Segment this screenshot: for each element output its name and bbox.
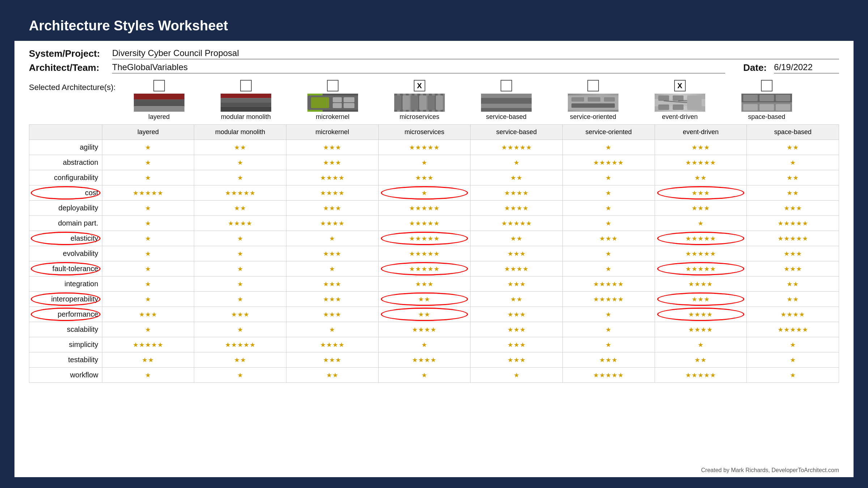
cell-evolvability-2: ★★★ [286, 246, 378, 261]
cell-performance-4: ★★★ [471, 307, 563, 322]
stars-value: ★★★★★ [778, 235, 808, 242]
stars-value: ★★★★ [688, 311, 713, 318]
stars-value: ★ [329, 235, 335, 242]
svg-rect-17 [427, 95, 435, 110]
arch-checkbox-service-oriented[interactable] [587, 80, 599, 91]
row-label-performance: performance [29, 307, 102, 322]
stars-value: ★ [605, 144, 612, 151]
svg-rect-27 [571, 103, 615, 108]
svg-rect-15 [411, 95, 418, 110]
arch-checkbox-layered[interactable] [153, 80, 165, 91]
cell-evolvability-0: ★ [102, 246, 194, 261]
cell-abstraction-0: ★ [102, 155, 194, 170]
stars-value: ★★ [234, 356, 246, 364]
cell-testability-6: ★★ [655, 352, 747, 368]
table-header-modular: modular monolith [194, 125, 286, 140]
stars-value: ★★★★ [320, 174, 345, 181]
stars-value: ★★★★★ [501, 220, 532, 227]
cell-simplicity-0: ★★★★★ [102, 337, 194, 352]
cell-agility-4: ★★★★★ [471, 140, 563, 155]
stars-value: ★ [145, 220, 151, 227]
svg-rect-22 [481, 108, 532, 112]
arch-name-microservices: microservices [400, 113, 439, 121]
stars-value: ★★★ [692, 189, 710, 197]
stars-value: ★ [237, 372, 243, 379]
stars-value: ★★ [142, 356, 154, 364]
stars-value: ★★ [234, 144, 246, 151]
stars-value: ★ [605, 189, 612, 197]
table-header-microkernel: microkernel [286, 125, 378, 140]
table-row: domain part.★★★★★★★★★★★★★★★★★★★★★★★★★★ [29, 216, 839, 231]
table-row: agility★★★★★★★★★★★★★★★★★★★★★★ [29, 140, 839, 155]
stars-value: ★ [237, 326, 243, 333]
table-row: performance★★★★★★★★★★★★★★★★★★★★★★★ [29, 307, 839, 322]
cell-integration-5: ★★★★★ [562, 277, 655, 292]
cell-abstraction-6: ★★★★★ [655, 155, 747, 170]
stars-value: ★ [421, 341, 427, 348]
stars-value: ★★ [787, 281, 799, 288]
cell-elasticity-7: ★★★★★ [747, 231, 839, 246]
table-row: integration★★★★★★★★★★★★★★★★★★★★★★ [29, 277, 839, 292]
ratings-table: layered modular monolith microkernel mic… [29, 124, 839, 383]
row-label-scalability: scalability [29, 322, 102, 337]
cell-integration-6: ★★★★ [655, 277, 747, 292]
arch-checkbox-event-driven[interactable]: X [674, 80, 686, 91]
cell-domain part.-4: ★★★★★ [471, 216, 563, 231]
system-row: System/Project: Diversity Cyber Council … [29, 48, 839, 59]
cell-testability-0: ★★ [102, 352, 194, 368]
stars-value: ★★★★★ [685, 372, 716, 379]
stars-value: ★★★ [323, 356, 341, 364]
svg-rect-42 [760, 104, 774, 111]
stars-value: ★★★★★ [133, 341, 163, 348]
cell-agility-7: ★★ [747, 140, 839, 155]
svg-rect-29 [658, 95, 669, 101]
row-label-integration: integration [29, 277, 102, 292]
cell-integration-0: ★ [102, 277, 194, 292]
stars-value: ★★★ [231, 311, 250, 318]
cell-testability-2: ★★★ [286, 352, 378, 368]
stars-value: ★★★ [507, 326, 526, 333]
arch-checkbox-space-based[interactable] [761, 80, 773, 91]
system-value: Diversity Cyber Council Proposal [112, 48, 839, 59]
stars-value: ★★★★★ [501, 144, 532, 151]
stars-value: ★★★ [415, 174, 434, 181]
cell-performance-3: ★★ [378, 307, 471, 322]
arch-checkbox-service-based[interactable] [501, 80, 512, 91]
cell-integration-3: ★★★ [378, 277, 471, 292]
cell-integration-1: ★ [194, 277, 286, 292]
stars-value: ★★★★★ [685, 265, 716, 273]
svg-rect-10 [333, 103, 342, 108]
stars-value: ★★★★ [320, 189, 345, 197]
row-label-abstraction: abstraction [29, 155, 102, 170]
table-row: workflow★★★★★★★★★★★★★★★★★ [29, 368, 839, 383]
cell-performance-0: ★★★ [102, 307, 194, 322]
date-label: Date: [743, 62, 767, 73]
cell-elasticity-2: ★ [286, 231, 378, 246]
cell-interoperability-5: ★★★★★ [562, 292, 655, 307]
arch-checkbox-microkernel[interactable] [327, 80, 339, 91]
svg-rect-14 [403, 95, 410, 110]
stars-value: ★★★ [323, 159, 341, 166]
cell-performance-2: ★★★ [286, 307, 378, 322]
stars-value: ★ [145, 326, 151, 333]
arch-checkbox-modular-monolith[interactable] [240, 80, 252, 91]
stars-value: ★★ [326, 372, 339, 379]
table-row: fault-tolerance★★★★★★★★★★★★★★★★★★★★★ [29, 261, 839, 277]
cell-integration-7: ★★ [747, 277, 839, 292]
stars-value: ★★★★★ [685, 235, 716, 242]
table-row: interoperability★★★★★★★★★★★★★★★★★★★ [29, 292, 839, 307]
stars-value: ★ [145, 372, 151, 379]
cell-scalability-4: ★★★ [471, 322, 563, 337]
table-header-space-based: space-based [747, 125, 839, 140]
cell-domain part.-5: ★ [562, 216, 655, 231]
cell-evolvability-6: ★★★★★ [655, 246, 747, 261]
stars-value: ★ [605, 205, 612, 212]
row-label-elasticity: elasticity [29, 231, 102, 246]
cell-elasticity-5: ★★★ [562, 231, 655, 246]
stars-value: ★★★★★ [778, 220, 808, 227]
cell-configurability-1: ★ [194, 170, 286, 185]
arch-img-service-based [481, 94, 532, 112]
arch-checkbox-microservices[interactable]: X [414, 80, 425, 91]
arch-img-event-driven [655, 94, 705, 112]
table-row: scalability★★★★★★★★★★★★★★★★★★★★ [29, 322, 839, 337]
